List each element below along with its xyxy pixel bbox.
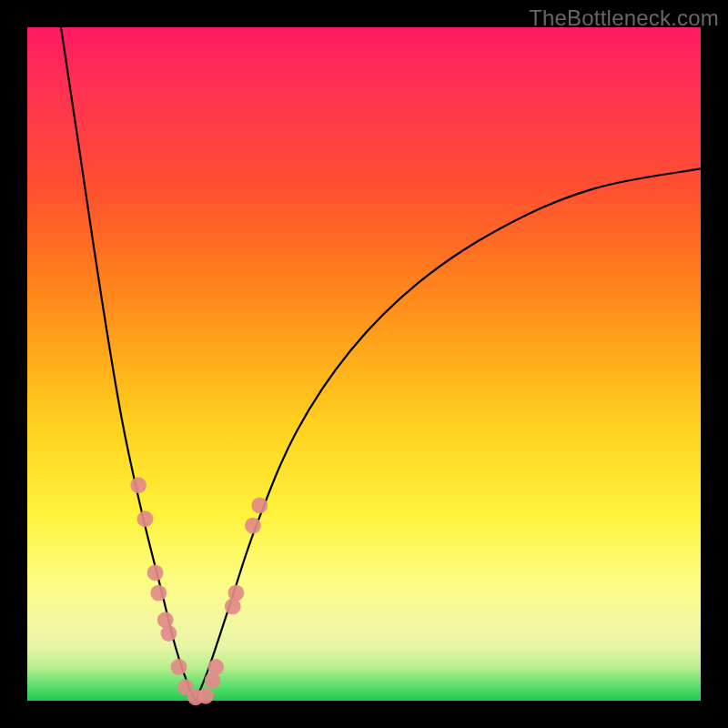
data-marker: [228, 585, 245, 602]
data-marker: [137, 511, 154, 527]
chart-svg: [27, 27, 701, 701]
data-marker: [161, 625, 177, 642]
data-marker: [150, 585, 167, 602]
chart-frame: TheBottleneck.com: [0, 0, 728, 728]
data-marker: [171, 659, 187, 675]
data-marker: [147, 565, 164, 581]
data-marker: [197, 688, 214, 704]
right-curve: [196, 168, 701, 701]
data-marker: [207, 659, 224, 675]
plot-area: [27, 27, 701, 701]
data-marker: [205, 672, 221, 689]
data-marker: [157, 612, 174, 628]
data-marker: [130, 477, 147, 493]
data-marker: [251, 498, 268, 514]
data-markers: [130, 477, 268, 705]
data-marker: [225, 599, 241, 615]
left-curve: [61, 27, 196, 701]
data-marker: [245, 518, 261, 534]
